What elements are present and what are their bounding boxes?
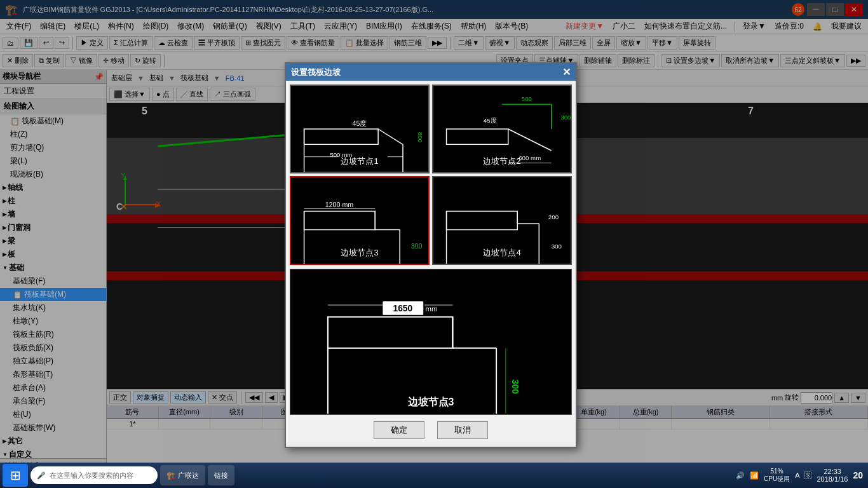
taskbar-time: 22:33 [817, 468, 848, 475]
taskbar-lang-icon: A [795, 471, 799, 479]
node1-label: 边坡节点1 [291, 153, 428, 170]
modal-close-button[interactable]: ✕ [562, 66, 571, 78]
node3-label: 边坡节点3 [291, 245, 428, 261]
preview-svg: 1650 mm 300 [290, 269, 571, 414]
modal-buttons: 确定 取消 [290, 419, 572, 443]
taskbar-right: 🔊 📶 51% CPU使用 A 🇸 22:33 2018/1/16 20 [736, 468, 865, 484]
svg-text:300: 300 [510, 379, 520, 394]
svg-text:mm: mm [425, 304, 438, 313]
node-cell-4[interactable]: 300 200 边坡节点4 [432, 176, 572, 265]
svg-text:45度: 45度 [484, 117, 497, 124]
node-cell-1[interactable]: 45度 800 500 mm 边坡节点1 [290, 85, 430, 173]
modal-title-bar: 设置筏板边坡 ✕ [286, 64, 576, 81]
taskbar-cpu-pct: 51% [764, 468, 790, 475]
taskbar-clock: 22:33 2018/1/16 [817, 468, 848, 483]
taskbar: ⊞ 🎤 在这里输入你要搜索的内容 🏗️ 广联达 链接 🔊 📶 51% CPU使用… [0, 463, 868, 488]
taskbar-link-label: 链接 [214, 471, 228, 480]
modal-ok-button[interactable]: 确定 [374, 421, 424, 439]
taskbar-app-gjd[interactable]: 🏗️ 广联达 [160, 465, 205, 485]
svg-text:1200 mm: 1200 mm [325, 201, 354, 208]
taskbar-icon-network: 📶 [750, 471, 759, 480]
taskbar-date: 2018/1/16 [817, 475, 848, 483]
taskbar-app-link[interactable]: 链接 [208, 465, 234, 485]
taskbar-icon-sound: 🔊 [736, 471, 745, 480]
modal-dialog: 设置筏板边坡 ✕ [285, 62, 577, 448]
search-mic-icon: 🎤 [37, 471, 46, 480]
modal-cancel-button[interactable]: 取消 [437, 421, 488, 439]
taskbar-day: 20 [853, 470, 863, 480]
modal-overlay: 设置筏板边坡 ✕ [0, 0, 868, 488]
node4-label: 边坡节点4 [433, 245, 571, 261]
taskbar-search[interactable]: 🎤 在这里输入你要搜索的内容 [31, 466, 158, 484]
taskbar-search-text: 在这里输入你要搜索的内容 [50, 471, 133, 480]
svg-text:45度: 45度 [353, 119, 367, 127]
svg-rect-38 [290, 270, 571, 414]
taskbar-start-button[interactable]: ⊞ [3, 464, 28, 487]
svg-text:200: 200 [548, 214, 559, 220]
preview-node-label: 边坡节点3 [290, 396, 571, 409]
modal-title-text: 设置筏板边坡 [291, 67, 341, 78]
taskbar-ime-icon: 🇸 [804, 471, 811, 479]
svg-text:300: 300 [560, 114, 571, 121]
taskbar-cpu: 51% CPU使用 [764, 468, 790, 484]
modal-content: 45度 800 500 mm 边坡节点1 [286, 81, 576, 447]
node2-label: 边坡节点2 [433, 153, 571, 170]
svg-text:800: 800 [417, 132, 424, 143]
large-preview: 1650 mm 300 边坡节点3 [290, 269, 572, 415]
svg-text:1650: 1650 [393, 304, 413, 313]
svg-text:500: 500 [522, 95, 532, 102]
taskbar-app-icon: 🏗️ [166, 471, 175, 480]
taskbar-cpu-label: CPU使用 [764, 475, 790, 484]
node-cell-2[interactable]: 500 300 45度 600 mm 边坡节点2 [432, 85, 572, 173]
taskbar-app-label: 广联达 [178, 471, 199, 480]
nodes-grid: 45度 800 500 mm 边坡节点1 [290, 85, 572, 265]
node-cell-3[interactable]: 1200 mm 300 边坡节点3 [290, 176, 430, 265]
